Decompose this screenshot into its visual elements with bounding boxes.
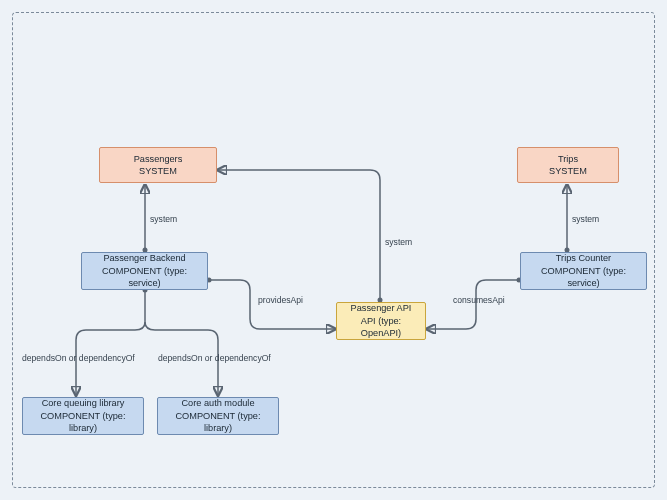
- node-subtitle: COMPONENT (type: library): [31, 410, 135, 435]
- edge-label-depends-on: dependsOn or dependencyOf: [22, 353, 135, 363]
- node-subtitle: API (type: OpenAPI): [345, 315, 417, 340]
- edge-label-system: system: [385, 237, 412, 247]
- node-subtitle: COMPONENT (type: service): [529, 265, 638, 290]
- edge-label-system: system: [150, 214, 177, 224]
- node-title: Trips: [558, 153, 578, 165]
- node-title: Passenger API: [351, 302, 412, 314]
- node-subtitle: SYSTEM: [549, 165, 587, 177]
- node-passenger-backend: Passenger Backend COMPONENT (type: servi…: [81, 252, 208, 290]
- node-title: Trips Counter: [556, 252, 611, 264]
- node-passengers-system: Passengers SYSTEM: [99, 147, 217, 183]
- edge-label-consumes-api: consumesApi: [453, 295, 505, 305]
- node-core-auth: Core auth module COMPONENT (type: librar…: [157, 397, 279, 435]
- node-title: Core auth module: [181, 397, 254, 409]
- node-core-queuing: Core queuing library COMPONENT (type: li…: [22, 397, 144, 435]
- node-subtitle: COMPONENT (type: service): [90, 265, 199, 290]
- node-subtitle: SYSTEM: [139, 165, 177, 177]
- node-passenger-api: Passenger API API (type: OpenAPI): [336, 302, 426, 340]
- edge-label-system: system: [572, 214, 599, 224]
- node-title: Core queuing library: [42, 397, 125, 409]
- node-trips-system: Trips SYSTEM: [517, 147, 619, 183]
- node-subtitle: COMPONENT (type: library): [166, 410, 270, 435]
- edge-label-provides-api: providesApi: [258, 295, 303, 305]
- node-title: Passengers: [134, 153, 183, 165]
- edge-label-depends-on: dependsOn or dependencyOf: [158, 353, 271, 363]
- node-trips-counter: Trips Counter COMPONENT (type: service): [520, 252, 647, 290]
- node-title: Passenger Backend: [103, 252, 185, 264]
